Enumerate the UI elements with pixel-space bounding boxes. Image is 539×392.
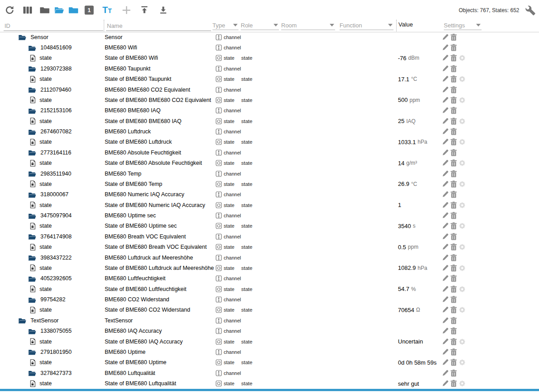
tree-node[interactable]: 3764174908 bbox=[0, 231, 72, 242]
edit-icon[interactable] bbox=[441, 44, 449, 52]
edit-icon[interactable] bbox=[441, 170, 449, 178]
edit-icon[interactable] bbox=[441, 149, 449, 157]
delete-icon[interactable] bbox=[450, 317, 458, 325]
tree-node[interactable]: state bbox=[0, 158, 52, 168]
tree-node[interactable]: 2983511940 bbox=[0, 168, 71, 179]
columns-icon[interactable] bbox=[22, 5, 33, 15]
tree-node[interactable]: 99754282 bbox=[0, 294, 66, 304]
role-filter-select[interactable]: Role bbox=[241, 21, 279, 30]
edit-icon[interactable] bbox=[441, 75, 449, 83]
delete-icon[interactable] bbox=[450, 327, 458, 335]
tree-node[interactable]: state bbox=[0, 305, 52, 315]
delete-icon[interactable] bbox=[450, 138, 458, 146]
settings-gear-icon[interactable] bbox=[458, 243, 466, 251]
tree-node[interactable]: 3983437222 bbox=[0, 252, 72, 263]
edit-icon[interactable] bbox=[441, 159, 449, 167]
delete-icon[interactable] bbox=[450, 117, 458, 125]
delete-icon[interactable] bbox=[450, 295, 458, 304]
id-filter-input[interactable] bbox=[4, 21, 103, 31]
type-filter-select[interactable]: Type bbox=[212, 21, 239, 30]
tree-node[interactable]: state bbox=[0, 357, 52, 368]
tree-node[interactable]: 1048451609 bbox=[0, 42, 72, 53]
settings-gear-icon[interactable] bbox=[458, 180, 466, 188]
folder-open-icon[interactable] bbox=[54, 5, 64, 15]
tree-node[interactable]: state bbox=[0, 263, 52, 273]
folder-closed-icon[interactable] bbox=[40, 5, 50, 15]
tree-node[interactable]: state bbox=[0, 378, 52, 388]
name-filter-input[interactable] bbox=[106, 21, 211, 31]
delete-icon[interactable] bbox=[450, 233, 458, 241]
edit-icon[interactable] bbox=[441, 348, 449, 356]
folder-closed-blue-icon[interactable] bbox=[68, 5, 79, 15]
edit-icon[interactable] bbox=[441, 211, 449, 220]
settings-gear-icon[interactable] bbox=[458, 201, 466, 209]
delete-icon[interactable] bbox=[450, 128, 458, 136]
edit-icon[interactable] bbox=[441, 117, 449, 125]
tree-node[interactable]: state bbox=[0, 242, 52, 252]
delete-icon[interactable] bbox=[450, 33, 458, 41]
edit-icon[interactable] bbox=[441, 190, 449, 198]
delete-icon[interactable] bbox=[450, 369, 458, 377]
tree-node[interactable]: 3278427373 bbox=[0, 368, 72, 378]
edit-icon[interactable] bbox=[441, 285, 449, 293]
tree-node[interactable]: state bbox=[0, 284, 52, 294]
refresh-icon[interactable] bbox=[4, 5, 15, 15]
delete-icon[interactable] bbox=[450, 75, 458, 83]
tree-node[interactable]: 2152153106 bbox=[0, 106, 72, 116]
delete-icon[interactable] bbox=[450, 149, 458, 157]
delete-icon[interactable] bbox=[450, 44, 458, 52]
edit-icon[interactable] bbox=[441, 306, 449, 314]
tree-node[interactable]: 1338075055 bbox=[0, 326, 72, 336]
tree-node[interactable]: 2773164116 bbox=[0, 147, 71, 158]
edit-icon[interactable] bbox=[441, 327, 449, 335]
settings-column-select[interactable]: Settings bbox=[444, 21, 482, 30]
settings-gear-icon[interactable] bbox=[458, 285, 466, 293]
delete-icon[interactable] bbox=[450, 65, 458, 73]
tree-node[interactable]: state bbox=[0, 95, 52, 105]
delete-icon[interactable] bbox=[450, 190, 458, 198]
expand-level-1-icon[interactable]: 1 bbox=[84, 5, 94, 15]
tree-node[interactable]: state bbox=[0, 116, 52, 126]
settings-gear-icon[interactable] bbox=[458, 306, 466, 314]
delete-icon[interactable] bbox=[450, 96, 458, 104]
delete-icon[interactable] bbox=[450, 159, 458, 167]
delete-icon[interactable] bbox=[450, 222, 458, 230]
edit-icon[interactable] bbox=[441, 274, 449, 282]
edit-icon[interactable] bbox=[441, 379, 449, 388]
edit-icon[interactable] bbox=[441, 65, 449, 73]
tree-node[interactable]: 4052392605 bbox=[0, 273, 72, 284]
delete-icon[interactable] bbox=[450, 243, 458, 251]
settings-gear-icon[interactable] bbox=[458, 138, 466, 146]
tree-node[interactable]: TextSensor bbox=[0, 315, 59, 326]
scrollbar-horizontal[interactable] bbox=[0, 389, 539, 391]
settings-gear-icon[interactable] bbox=[458, 54, 466, 62]
tree-node[interactable]: state bbox=[0, 53, 52, 63]
tree-node[interactable]: 318000067 bbox=[0, 189, 69, 200]
settings-gear-icon[interactable] bbox=[458, 96, 466, 104]
tree-node[interactable]: state bbox=[0, 336, 52, 347]
edit-icon[interactable] bbox=[441, 96, 449, 104]
tree-node[interactable]: state bbox=[0, 179, 52, 189]
tree-node[interactable]: 2112079460 bbox=[0, 84, 71, 95]
tree-node[interactable]: state bbox=[0, 200, 52, 210]
edit-icon[interactable] bbox=[441, 180, 449, 188]
wrench-icon[interactable] bbox=[524, 4, 536, 16]
settings-gear-icon[interactable] bbox=[458, 159, 466, 167]
edit-icon[interactable] bbox=[441, 295, 449, 304]
delete-icon[interactable] bbox=[450, 170, 458, 178]
delete-icon[interactable] bbox=[450, 54, 458, 62]
edit-icon[interactable] bbox=[441, 264, 449, 272]
delete-icon[interactable] bbox=[450, 106, 458, 115]
delete-icon[interactable] bbox=[450, 180, 458, 188]
delete-icon[interactable] bbox=[450, 274, 458, 282]
edit-icon[interactable] bbox=[441, 138, 449, 146]
edit-icon[interactable] bbox=[441, 233, 449, 241]
settings-gear-icon[interactable] bbox=[458, 222, 466, 230]
tree-node[interactable]: state bbox=[0, 74, 52, 84]
edit-icon[interactable] bbox=[441, 33, 449, 41]
settings-gear-icon[interactable] bbox=[458, 117, 466, 125]
edit-icon[interactable] bbox=[441, 86, 449, 94]
settings-gear-icon[interactable] bbox=[458, 264, 466, 272]
edit-icon[interactable] bbox=[441, 254, 449, 262]
tree-node[interactable]: Sensor bbox=[0, 32, 49, 42]
